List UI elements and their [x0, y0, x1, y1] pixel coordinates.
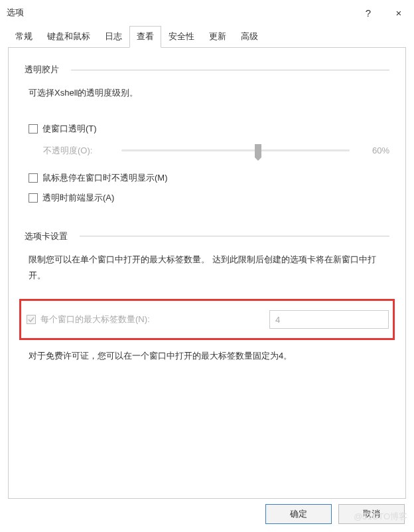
check-icon: [28, 316, 34, 323]
divider: [71, 70, 389, 70]
tab-panel: 透明胶片 可选择Xshell的透明度级别。 使窗口透明(T) 不透明度(O): …: [8, 47, 406, 499]
section-transparency-title: 透明胶片: [25, 64, 71, 76]
checkbox-hover-opaque[interactable]: [29, 173, 38, 183]
label-make-transparent: 使窗口透明(T): [42, 123, 97, 135]
close-button[interactable]: ×: [383, 2, 414, 23]
transparency-desc: 可选择Xshell的透明度级别。: [29, 85, 389, 102]
label-always-top: 透明时前端显示(A): [42, 192, 114, 204]
label-opacity: 不透明度(O):: [43, 145, 121, 157]
cancel-button[interactable]: 取消: [338, 504, 405, 524]
divider: [80, 236, 389, 236]
tab-strip: 常规 键盘和鼠标 日志 查看 安全性 更新 高级: [0, 25, 414, 47]
row-opacity: 不透明度(O): 60%: [43, 143, 389, 159]
label-max-tabs: 每个窗口的最大标签数量(N):: [40, 313, 269, 325]
slider-thumb[interactable]: [255, 144, 261, 157]
tab-security[interactable]: 安全性: [161, 26, 202, 48]
label-hover-opaque: 鼠标悬停在窗口时不透明显示(M): [42, 172, 168, 184]
help-button[interactable]: ?: [353, 2, 383, 23]
checkbox-max-tabs: [27, 315, 36, 324]
section-tabs-title: 选项卡设置: [25, 230, 80, 242]
slider-opacity[interactable]: [121, 143, 350, 159]
row-always-top: 透明时前端显示(A): [29, 192, 389, 204]
tab-general[interactable]: 常规: [8, 26, 40, 48]
titlebar: 选项 ? ×: [0, 0, 414, 25]
section-tabs-header: 选项卡设置: [25, 230, 389, 242]
slider-track: [121, 149, 350, 151]
row-make-transparent: 使窗口透明(T): [29, 123, 389, 135]
tab-keyboard-mouse[interactable]: 键盘和鼠标: [40, 26, 98, 48]
tab-view[interactable]: 查看: [129, 26, 161, 48]
checkbox-always-top[interactable]: [29, 193, 38, 203]
input-max-tabs: [269, 310, 389, 329]
window-title: 选项: [7, 7, 353, 19]
opacity-value: 60%: [363, 145, 389, 155]
checkbox-make-transparent[interactable]: [29, 124, 38, 133]
tab-log[interactable]: 日志: [98, 26, 129, 48]
section-transparency-header: 透明胶片: [25, 64, 389, 76]
ok-button[interactable]: 确定: [265, 504, 332, 524]
tab-update[interactable]: 更新: [202, 26, 234, 48]
row-hover-opaque: 鼠标悬停在窗口时不透明显示(M): [29, 172, 389, 184]
tab-advanced[interactable]: 高级: [234, 26, 265, 48]
tabs-desc: 限制您可以在单个窗口中打开的最大标签数量。 达到此限制后创建的选项卡将在新窗口中…: [29, 252, 389, 284]
highlight-box: 每个窗口的最大标签数量(N):: [19, 299, 395, 340]
dialog-footer: 确定 取消: [265, 504, 405, 524]
tabs-note: 对于免费许可证，您可以在一个窗口中打开的最大标签数量固定为4。: [29, 348, 389, 365]
